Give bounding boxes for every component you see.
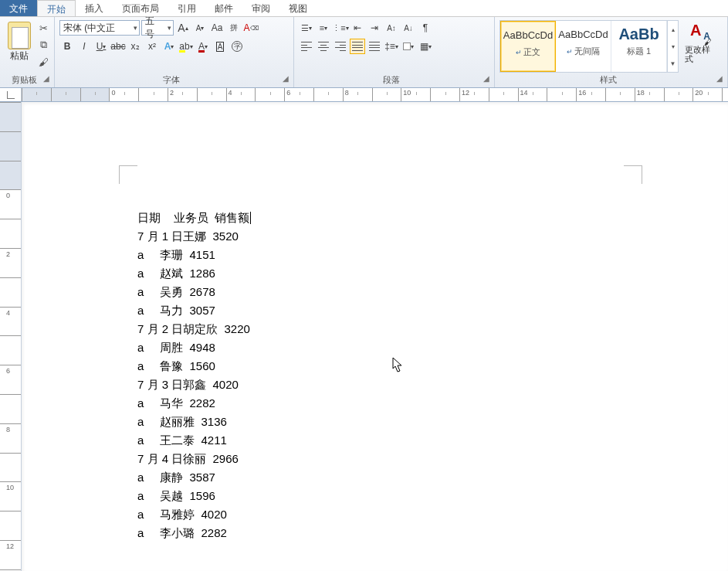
borders-button[interactable]: ▦▾ [418, 39, 433, 54]
clipboard-launcher[interactable]: ◢ [43, 74, 49, 83]
grow-font-button[interactable]: A▴ [175, 20, 191, 36]
subscript-button[interactable]: x₂ [127, 39, 143, 54]
vertical-ruler[interactable]: 0246810121416 [0, 102, 22, 571]
decrease-indent-button[interactable]: ⇤ [350, 20, 365, 36]
doc-row: a 马力 3057 [137, 301, 251, 320]
bullets-button[interactable]: ☰▾ [299, 20, 314, 36]
tab-insert[interactable]: 插入 [76, 0, 113, 16]
shading-button[interactable]: ▾ [401, 39, 416, 54]
clear-formatting-button[interactable]: A⌫ [243, 20, 259, 36]
doc-row: a 赵斌 1286 [137, 264, 251, 283]
shrink-font-button[interactable]: A▾ [192, 20, 208, 36]
copy-button[interactable]: ⧉ [37, 39, 49, 51]
numbering-button[interactable]: ≡▾ [316, 20, 331, 36]
doc-row: a 康静 3587 [137, 468, 251, 487]
doc-row: a 马华 2282 [137, 394, 251, 413]
group-paragraph: ☰▾ ≡▾ ⋮≡▾ ⇤ ⇥ A↕ A↓ ¶ ‡≡▾ ▾ ▦▾ 段落◢ [294, 17, 495, 87]
format-painter-button[interactable]: 🖌 [37, 56, 49, 68]
tab-home[interactable]: 开始 [37, 0, 76, 16]
change-case-button[interactable]: Aa [209, 20, 225, 36]
distributed-button[interactable] [367, 39, 382, 54]
doc-row: a 王二泰 4211 [137, 431, 251, 450]
multilevel-list-button[interactable]: ⋮≡▾ [333, 20, 348, 36]
group-styles: AaBbCcDd ↵正文 AaBbCcDd ↵无间隔 AaBb 标题 1 ▴▾▼… [495, 17, 728, 87]
change-styles-button[interactable]: AA🖌 更改样式 [682, 20, 719, 73]
change-styles-icon: AA🖌 [690, 22, 710, 45]
doc-row: 7 月 4 日徐丽 2966 [137, 450, 251, 468]
show-marks-button[interactable]: ¶ [418, 20, 433, 36]
increase-indent-button[interactable]: ⇥ [367, 20, 382, 36]
ribbon-tabs: 文件 开始 插入 页面布局 引用 邮件 审阅 视图 [0, 0, 728, 17]
style-gallery-more[interactable]: ▴▾▼ [667, 21, 678, 72]
document-body[interactable]: 日期 业务员 销售额7 月 1 日王娜 3520a 李珊 4151a 赵斌 12… [137, 209, 251, 542]
tab-file[interactable]: 文件 [0, 0, 37, 16]
superscript-button[interactable]: x² [144, 39, 160, 54]
paragraph-group-label: 段落 [383, 75, 400, 84]
margin-corner-top-right [624, 165, 642, 184]
text-cursor [250, 212, 251, 224]
sort-button[interactable]: A↓ [401, 20, 416, 36]
doc-row: a 李珊 4151 [137, 246, 251, 264]
page-area[interactable]: 日期 业务员 销售额7 月 1 日王娜 3520a 李珊 4151a 赵斌 12… [22, 102, 728, 571]
tab-review[interactable]: 审阅 [242, 0, 279, 16]
clipboard-group-label: 剪贴板 [12, 75, 37, 84]
ruler-area: 0246810121416182022242628303234363840424… [0, 88, 728, 102]
align-left-button[interactable] [299, 39, 314, 54]
doc-row: a 李小璐 2282 [137, 524, 251, 542]
mouse-cursor-icon [392, 357, 405, 376]
style-gallery: AaBbCcDd ↵正文 AaBbCcDd ↵无间隔 AaBb 标题 1 ▴▾▼ [499, 20, 679, 73]
styles-group-label: 样式 [600, 75, 617, 84]
font-name-combo[interactable]: 宋体 (中文正 [59, 20, 140, 36]
enclose-char-button[interactable]: 字 [229, 39, 245, 54]
line-spacing-button[interactable]: ‡≡▾ [384, 39, 399, 54]
text-effects-button[interactable]: A▾ [161, 39, 177, 54]
doc-row: a 马雅婷 4020 [137, 505, 251, 524]
doc-row: a 吴越 1596 [137, 487, 251, 505]
doc-row: a 鲁豫 1560 [137, 357, 251, 376]
tab-mailings[interactable]: 邮件 [205, 0, 242, 16]
font-color-button[interactable]: A▾ [195, 39, 211, 54]
bold-button[interactable]: B [59, 39, 75, 54]
phonetic-guide-button[interactable]: 拼 [226, 20, 242, 36]
tab-page-layout[interactable]: 页面布局 [113, 0, 168, 16]
styles-launcher[interactable]: ◢ [716, 74, 723, 83]
underline-button[interactable]: U▾ [93, 39, 109, 54]
text-direction-button[interactable]: A↕ [384, 20, 399, 36]
char-border-button[interactable]: A [212, 39, 228, 54]
cut-button[interactable]: ✂ [37, 22, 49, 34]
ribbon: 粘贴 ✂ ⧉ 🖌 剪贴板◢ 宋体 (中文正 五号 A▴ A▾ Aa 拼 A⌫ B [0, 17, 728, 88]
font-launcher[interactable]: ◢ [283, 74, 289, 83]
highlight-button[interactable]: ab▾ [178, 39, 194, 54]
italic-button[interactable]: I [76, 39, 92, 54]
paragraph-launcher[interactable]: ◢ [483, 74, 489, 83]
horizontal-ruler[interactable]: 0246810121416182022242628303234363840424… [22, 88, 728, 101]
doc-row: 7 月 1 日王娜 3520 [137, 227, 251, 246]
doc-row: 7 月 3 日郭鑫 4020 [137, 376, 251, 394]
font-size-combo[interactable]: 五号 [141, 20, 174, 36]
style-heading1[interactable]: AaBb 标题 1 [611, 21, 667, 72]
clipboard-icon [8, 22, 31, 49]
align-center-button[interactable] [316, 39, 331, 54]
tab-selector[interactable] [0, 88, 22, 101]
doc-header-row: 日期 业务员 销售额 [137, 209, 251, 227]
workspace: 0246810121416 日期 业务员 销售额7 月 1 日王娜 3520a … [0, 102, 728, 571]
style-normal[interactable]: AaBbCcDd ↵正文 [500, 21, 556, 72]
doc-row: a 周胜 4948 [137, 338, 251, 357]
strikethrough-button[interactable]: abc [110, 39, 126, 54]
doc-row: a 赵丽雅 3136 [137, 413, 251, 431]
margin-corner-top-left [119, 165, 137, 184]
paste-label: 粘贴 [10, 49, 29, 63]
doc-row: a 吴勇 2678 [137, 283, 251, 301]
tab-view[interactable]: 视图 [279, 0, 317, 16]
style-no-spacing[interactable]: AaBbCcDd ↵无间隔 [556, 21, 611, 72]
tab-references[interactable]: 引用 [168, 0, 205, 16]
paste-button[interactable]: 粘贴 [5, 20, 34, 64]
doc-row: 7 月 2 日胡定欣 3220 [137, 320, 251, 338]
group-clipboard: 粘贴 ✂ ⧉ 🖌 剪贴板◢ [0, 17, 55, 87]
justify-button[interactable] [350, 39, 365, 54]
group-font: 宋体 (中文正 五号 A▴ A▾ Aa 拼 A⌫ B I U▾ abc x₂ x… [55, 17, 294, 87]
align-right-button[interactable] [333, 39, 348, 54]
font-group-label: 字体 [163, 75, 180, 84]
